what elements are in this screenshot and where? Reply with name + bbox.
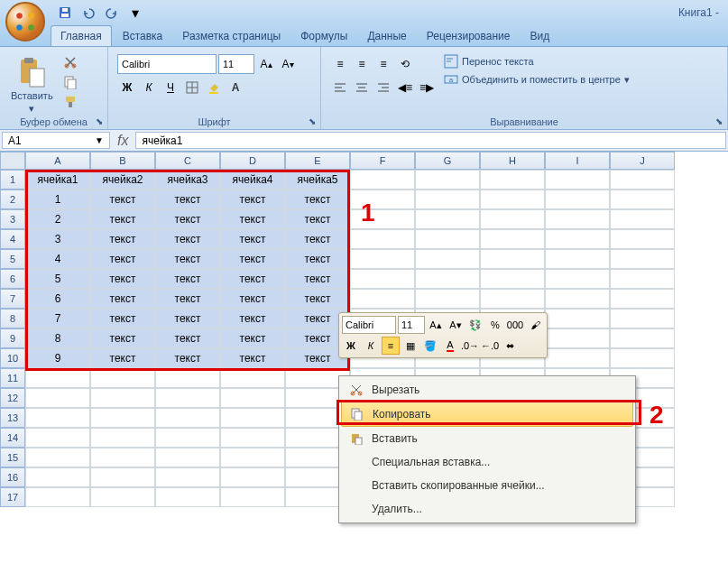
mini-borders-icon[interactable]: ▦	[401, 337, 419, 355]
cell-I3[interactable]	[545, 209, 610, 229]
cell-J7[interactable]	[610, 289, 675, 309]
cell-B10[interactable]: текст	[90, 348, 155, 368]
cell-H7[interactable]	[480, 289, 545, 309]
row-header-1[interactable]: 1	[0, 170, 25, 190]
increase-indent-icon[interactable]: ≡▶	[417, 78, 437, 97]
fx-icon[interactable]: fx	[117, 133, 128, 149]
cell-C12[interactable]	[155, 388, 220, 408]
row-header-7[interactable]: 7	[0, 289, 25, 309]
row-header-4[interactable]: 4	[0, 229, 25, 249]
mini-comma-icon[interactable]: 000	[506, 316, 524, 334]
row-header-2[interactable]: 2	[0, 190, 25, 209]
row-header-13[interactable]: 13	[0, 408, 25, 428]
cell-C3[interactable]: текст	[155, 209, 220, 229]
col-header-I[interactable]: I	[545, 152, 610, 170]
cell-A7[interactable]: 6	[25, 289, 90, 309]
cell-F6[interactable]	[350, 269, 415, 289]
cell-D4[interactable]: текст	[220, 229, 285, 249]
cell-D11[interactable]	[220, 368, 285, 388]
office-button[interactable]	[5, 2, 45, 42]
row-header-17[interactable]: 17	[0, 487, 25, 507]
mini-decimal-inc-icon[interactable]: .0→	[461, 337, 479, 355]
tab-home[interactable]: Главная	[51, 25, 112, 46]
mini-size-combo[interactable]	[398, 316, 425, 334]
col-header-A[interactable]: A	[25, 152, 90, 170]
cell-A3[interactable]: 2	[25, 209, 90, 229]
underline-button[interactable]: Ч	[161, 78, 180, 97]
cell-D13[interactable]	[220, 408, 285, 428]
cell-G2[interactable]	[415, 190, 480, 209]
decrease-indent-icon[interactable]: ◀≡	[395, 78, 415, 97]
mini-merge-icon[interactable]: ⬌	[501, 337, 519, 355]
cell-F5[interactable]	[350, 249, 415, 269]
row-header-6[interactable]: 6	[0, 269, 25, 289]
cell-C4[interactable]: текст	[155, 229, 220, 249]
row-header-14[interactable]: 14	[0, 428, 25, 448]
cell-A12[interactable]	[25, 388, 90, 408]
undo-icon[interactable]	[79, 4, 97, 22]
cell-D10[interactable]: текст	[220, 348, 285, 368]
align-top-icon[interactable]: ≡	[330, 54, 350, 74]
cell-I4[interactable]	[545, 229, 610, 249]
wrap-text-button[interactable]: Перенос текста	[444, 54, 630, 69]
col-header-D[interactable]: D	[220, 152, 285, 170]
cell-A2[interactable]: 1	[25, 190, 90, 209]
ctx-copy[interactable]: Копировать	[341, 402, 633, 427]
font-size-combo[interactable]	[218, 54, 254, 74]
cell-A16[interactable]	[25, 467, 90, 487]
paste-dropdown-icon[interactable]: ▾	[29, 103, 34, 115]
row-header-10[interactable]: 10	[0, 348, 25, 368]
cell-D14[interactable]	[220, 428, 285, 448]
worksheet-grid[interactable]: ABCDEFGHIJ1ячейка1ячейка2ячейка3ячейка4я…	[0, 152, 728, 507]
cell-J2[interactable]	[610, 190, 675, 209]
formula-input[interactable]: ячейка1	[135, 132, 726, 149]
cell-G1[interactable]	[415, 170, 480, 190]
cell-C14[interactable]	[155, 428, 220, 448]
mini-decimal-dec-icon[interactable]: ←.0	[481, 337, 499, 355]
cell-C6[interactable]: текст	[155, 269, 220, 289]
mini-painter-icon[interactable]: 🖌	[526, 316, 544, 334]
tab-data[interactable]: Данные	[358, 26, 415, 46]
tab-pagelayout[interactable]: Разметка страницы	[173, 26, 290, 46]
cell-J1[interactable]	[610, 170, 675, 190]
row-header-8[interactable]: 8	[0, 309, 25, 328]
clipboard-launcher-icon[interactable]: ⬊	[93, 115, 106, 127]
cell-D7[interactable]: текст	[220, 289, 285, 309]
cell-I1[interactable]	[545, 170, 610, 190]
mini-grow-icon[interactable]: A▴	[427, 316, 445, 334]
cell-B9[interactable]: текст	[90, 328, 155, 348]
cell-D12[interactable]	[220, 388, 285, 408]
cell-A11[interactable]	[25, 368, 90, 388]
cell-A9[interactable]: 8	[25, 328, 90, 348]
cell-C1[interactable]: ячейка3	[155, 170, 220, 190]
cell-E3[interactable]: текст	[285, 209, 350, 229]
redo-icon[interactable]	[103, 4, 121, 22]
merge-dropdown-icon[interactable]: ▾	[624, 74, 630, 86]
cell-H4[interactable]	[480, 229, 545, 249]
cell-A5[interactable]: 4	[25, 249, 90, 269]
cell-B13[interactable]	[90, 408, 155, 428]
qat-dropdown-icon[interactable]: ▾	[126, 4, 144, 22]
align-center-icon[interactable]	[352, 78, 372, 97]
copy-icon[interactable]	[62, 74, 78, 90]
cell-I6[interactable]	[545, 269, 610, 289]
align-left-icon[interactable]	[330, 78, 350, 97]
cell-I2[interactable]	[545, 190, 610, 209]
cell-F1[interactable]	[350, 170, 415, 190]
mini-fill-icon[interactable]: 🪣	[421, 337, 439, 355]
cell-B15[interactable]	[90, 448, 155, 467]
cell-E5[interactable]: текст	[285, 249, 350, 269]
cut-icon[interactable]	[62, 54, 78, 70]
mini-align-center-icon[interactable]: ≡	[382, 337, 400, 355]
cell-E7[interactable]: текст	[285, 289, 350, 309]
cell-B8[interactable]: текст	[90, 309, 155, 328]
cell-G6[interactable]	[415, 269, 480, 289]
cell-D17[interactable]	[220, 487, 285, 507]
cell-J3[interactable]	[610, 209, 675, 229]
paste-button[interactable]: Вставить ▾	[9, 54, 55, 116]
cell-A1[interactable]: ячейка1	[25, 170, 90, 190]
cell-G3[interactable]	[415, 209, 480, 229]
shrink-font-icon[interactable]: A▾	[278, 54, 298, 74]
grow-font-icon[interactable]: A▴	[256, 54, 276, 74]
cell-A6[interactable]: 5	[25, 269, 90, 289]
